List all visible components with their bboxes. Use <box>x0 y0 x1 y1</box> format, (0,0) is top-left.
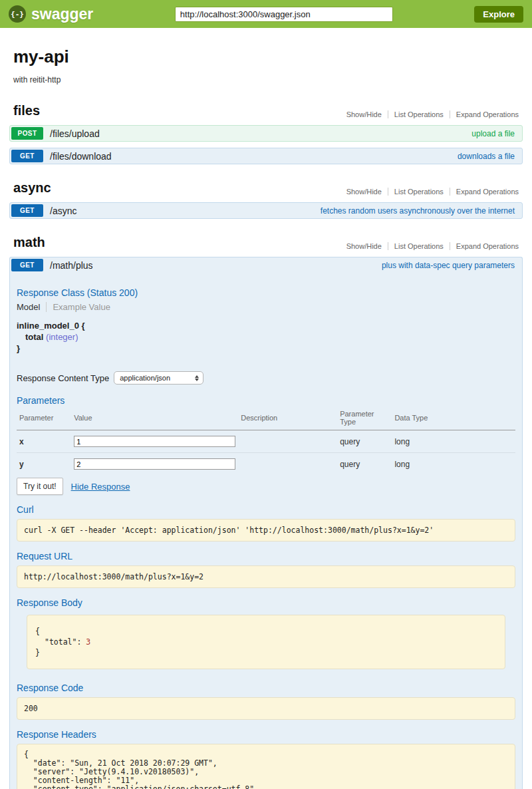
param-data-type: long <box>392 453 515 476</box>
param-description <box>238 430 337 453</box>
col-description: Description <box>238 407 337 430</box>
hide-response-link[interactable]: Hide Response <box>71 482 130 492</box>
response-code-value: 200 <box>17 697 515 720</box>
col-parameter-type: Parameter Type <box>337 407 392 430</box>
section-async: async Show/Hide List Operations Expand O… <box>9 180 523 219</box>
curl-command: curl -X GET --header 'Accept: applicatio… <box>17 519 515 542</box>
method-badge: GET <box>11 150 43 162</box>
col-value: Value <box>71 407 238 430</box>
param-type: query <box>337 430 392 453</box>
api-url-input[interactable] <box>175 7 393 22</box>
method-badge: GET <box>11 204 43 217</box>
json-key: "total": <box>45 637 81 647</box>
param-type: query <box>337 453 392 476</box>
endpoint-summary[interactable]: plus with data-spec query parameters <box>382 261 521 270</box>
expand-operations-link[interactable]: Expand Operations <box>450 188 519 196</box>
expand-operations-link[interactable]: Expand Operations <box>450 242 519 250</box>
param-name: x <box>17 430 71 453</box>
param-name: y <box>17 453 71 476</box>
endpoint-row[interactable]: GET /files/download downloads a file <box>9 148 523 164</box>
section-title-files[interactable]: files <box>13 103 40 118</box>
try-it-out-button[interactable]: Try it out! <box>17 478 63 495</box>
headers-line: "content-type": "application/json;charse… <box>24 785 508 789</box>
operation-panel: Response Class (Status 200) Model Exampl… <box>9 273 523 789</box>
endpoint-path[interactable]: /math/plus <box>50 260 93 271</box>
response-content-type-label: Response Content Type <box>17 373 109 383</box>
response-headers-json: { "date": "Sun, 21 Oct 2018 20:07:29 GMT… <box>17 744 515 789</box>
brand-name: swagger <box>31 5 93 23</box>
section-controls: Show/Hide List Operations Expand Operati… <box>340 110 519 118</box>
response-class-heading: Response Class (Status 200) <box>17 287 515 298</box>
response-headers-heading: Response Headers <box>17 729 515 740</box>
method-badge: POST <box>11 127 43 140</box>
endpoint-path[interactable]: /async <box>50 206 76 216</box>
parameters-heading: Parameters <box>17 395 515 406</box>
tab-example-value[interactable]: Example Value <box>47 302 110 312</box>
operation-get-math-plus: GET /math/plus plus with data-spec query… <box>9 257 523 789</box>
endpoint-row[interactable]: GET /math/plus plus with data-spec query… <box>9 257 523 273</box>
endpoint-summary[interactable]: downloads a file <box>458 152 521 161</box>
topbar: {-} swagger Explore <box>0 0 532 28</box>
json-number-value: 3 <box>86 637 90 647</box>
list-operations-link[interactable]: List Operations <box>388 242 450 250</box>
response-code-heading: Response Code <box>17 683 515 693</box>
swagger-logo-icon: {-} <box>9 5 26 23</box>
model-signature: inline_model_0 { total (integer) } <box>17 320 515 354</box>
select-arrows-icon <box>195 375 199 381</box>
col-data-type: Data Type <box>392 407 515 430</box>
param-row-x: x query long <box>17 430 515 453</box>
response-content-type-select[interactable]: application/json <box>114 371 203 385</box>
endpoint-row[interactable]: GET /async fetches random users asynchro… <box>9 202 523 219</box>
section-math: math Show/Hide List Operations Expand Op… <box>9 235 523 789</box>
api-info: my-api with reitit-http <box>0 28 532 87</box>
swagger-logo[interactable]: {-} swagger <box>9 5 93 23</box>
request-url-heading: Request URL <box>17 551 515 561</box>
api-subtitle: with reitit-http <box>13 75 519 84</box>
response-body-json: {"total": 3} <box>27 615 505 669</box>
endpoint-summary[interactable]: upload a file <box>471 129 521 138</box>
show-hide-link[interactable]: Show/Hide <box>340 110 388 118</box>
model-prop-name: total <box>25 332 43 342</box>
col-parameter: Parameter <box>17 407 71 430</box>
param-data-type: long <box>392 430 515 453</box>
param-input-y[interactable] <box>74 458 235 470</box>
section-files: files Show/Hide List Operations Expand O… <box>9 103 523 164</box>
api-title: my-api <box>13 47 519 67</box>
endpoint-row[interactable]: POST /files/upload upload a file <box>9 125 523 142</box>
endpoint-path[interactable]: /files/download <box>50 151 112 162</box>
show-hide-link[interactable]: Show/Hide <box>340 188 388 196</box>
expand-operations-link[interactable]: Expand Operations <box>450 110 519 118</box>
show-hide-link[interactable]: Show/Hide <box>340 242 388 250</box>
curl-heading: Curl <box>17 504 515 515</box>
model-tabs: Model Example Value <box>17 302 515 312</box>
model-prop-type: (integer) <box>46 332 78 342</box>
param-description <box>238 453 337 476</box>
section-title-math[interactable]: math <box>13 235 45 250</box>
json-close-brace: } <box>35 647 497 658</box>
selected-content-type: application/json <box>120 374 170 382</box>
parameters-table: Parameter Value Description Parameter Ty… <box>17 407 515 475</box>
param-row-y: y query long <box>17 453 515 476</box>
model-name: inline_model_0 { <box>17 320 515 331</box>
list-operations-link[interactable]: List Operations <box>388 188 450 196</box>
param-input-x[interactable] <box>74 436 235 447</box>
section-title-async[interactable]: async <box>13 180 51 196</box>
response-body-heading: Response Body <box>17 597 515 608</box>
json-open-brace: { <box>35 626 497 637</box>
endpoint-summary[interactable]: fetches random users asynchronously over… <box>321 206 521 216</box>
list-operations-link[interactable]: List Operations <box>388 110 450 118</box>
section-controls: Show/Hide List Operations Expand Operati… <box>340 188 519 196</box>
request-url-value: http://localhost:3000/math/plus?x=1&y=2 <box>17 565 515 588</box>
model-close-brace: } <box>17 343 515 354</box>
endpoint-path[interactable]: /files/upload <box>50 128 100 139</box>
explore-button[interactable]: Explore <box>474 6 523 23</box>
section-controls: Show/Hide List Operations Expand Operati… <box>340 242 519 250</box>
method-badge: GET <box>11 259 43 271</box>
tab-model[interactable]: Model <box>17 302 47 312</box>
